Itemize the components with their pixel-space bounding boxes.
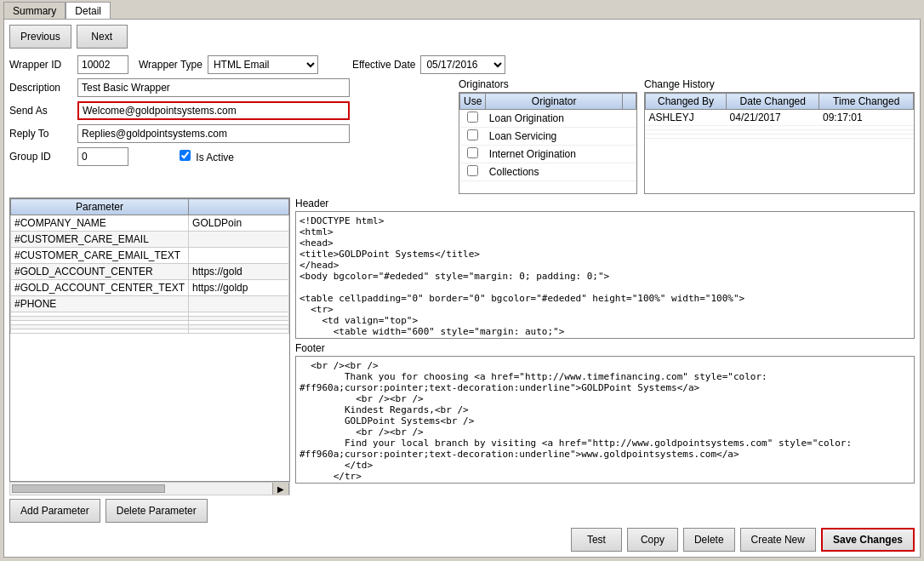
param-name-2: #CUSTOMER_CARE_EMAIL	[11, 232, 189, 248]
ch-col-date-changed: Date Changed	[727, 94, 819, 110]
middle-section: Description Send As Reply To Group ID	[9, 78, 915, 194]
orig-check-3[interactable]	[467, 147, 478, 158]
ch-col-time-changed: Time Changed	[819, 94, 914, 110]
reply-to-input[interactable]	[77, 124, 350, 143]
change-history-container: Changed By Date Changed Time Changed ASH…	[644, 92, 915, 194]
param-row-3: #CUSTOMER_CARE_EMAIL_TEXT	[11, 248, 289, 264]
orig-row-2: Loan Servicing	[460, 128, 636, 146]
send-as-label: Send As	[9, 105, 77, 117]
send-as-row: Send As	[9, 101, 452, 120]
tab-summary[interactable]: Summary	[3, 2, 66, 19]
param-row-6: #PHONE	[11, 296, 289, 312]
orig-check-4[interactable]	[467, 165, 478, 176]
param-name-1: #COMPANY_NAME	[11, 215, 189, 232]
header-title: Header	[295, 197, 915, 209]
reply-to-label: Reply To	[9, 128, 77, 140]
tab-detail[interactable]: Detail	[66, 2, 111, 19]
send-as-input[interactable]	[77, 101, 350, 120]
param-val-3	[189, 248, 289, 264]
param-name-6: #PHONE	[11, 296, 189, 312]
header-textarea[interactable]: <!DOCTYPE html> <html> <head> <title>GOL…	[295, 211, 915, 339]
create-new-button[interactable]: Create New	[740, 528, 816, 552]
param-hscrollbar[interactable]: ▶	[9, 482, 290, 495]
param-val-2	[189, 232, 289, 248]
param-name-4: #GOLD_ACCOUNT_CENTER	[11, 264, 189, 280]
originators-title: Originators	[459, 78, 637, 90]
orig-col-scroll	[623, 94, 636, 110]
test-button[interactable]: Test	[571, 528, 622, 552]
orig-name-3: Internet Origination	[486, 146, 623, 163]
wrapper-id-label: Wrapper ID	[9, 59, 77, 71]
wrapper-id-input[interactable]	[77, 55, 128, 74]
param-name-5: #GOLD_ACCOUNT_CENTER_TEXT	[11, 280, 189, 296]
param-name-3: #CUSTOMER_CARE_EMAIL_TEXT	[11, 248, 189, 264]
param-buttons: Add Parameter Delete Parameter	[9, 499, 290, 523]
save-changes-button[interactable]: Save Changes	[821, 528, 915, 552]
param-table-container[interactable]: Parameter #COMPANY_NAME GOLDPoin #CUSTOM…	[9, 197, 290, 482]
right-panel: Header <!DOCTYPE html> <html> <head> <ti…	[295, 197, 915, 523]
orig-check-1[interactable]	[467, 112, 478, 123]
footer-title: Footer	[295, 342, 915, 354]
group-id-input[interactable]	[77, 147, 128, 166]
param-col-name: Parameter	[11, 199, 189, 215]
left-form-fields: Description Send As Reply To Group ID	[9, 78, 452, 194]
group-id-row: Group ID Is Active	[9, 147, 452, 166]
toolbar: Previous Next	[9, 25, 915, 49]
change-history-table: Changed By Date Changed Time Changed ASH…	[645, 93, 914, 139]
originators-section: Originators Use Originator	[459, 78, 637, 194]
footer-section: Footer <br /><br /> Thank you for choosi…	[295, 342, 915, 484]
orig-check-2[interactable]	[467, 129, 478, 140]
previous-button[interactable]: Previous	[9, 25, 71, 49]
param-col-value	[189, 199, 289, 215]
reply-to-row: Reply To	[9, 124, 452, 143]
main-area: Parameter #COMPANY_NAME GOLDPoin #CUSTOM…	[9, 197, 915, 523]
param-row-1: #COMPANY_NAME GOLDPoin	[11, 215, 289, 232]
orig-name-4: Collections	[486, 163, 623, 181]
description-label: Description	[9, 82, 77, 94]
is-active-label: Is Active	[196, 152, 234, 163]
param-row-5: #GOLD_ACCOUNT_CENTER_TEXT https://goldp	[11, 280, 289, 296]
param-val-5: https://goldp	[189, 280, 289, 296]
main-container: Summary Detail Previous Next Wrapper ID …	[0, 0, 924, 561]
copy-button[interactable]: Copy	[627, 528, 678, 552]
orig-row-1: Loan Origination	[460, 110, 636, 128]
left-panel: Parameter #COMPANY_NAME GOLDPoin #CUSTOM…	[9, 197, 290, 523]
param-table: Parameter #COMPANY_NAME GOLDPoin #CUSTOM…	[10, 198, 289, 334]
is-active-container: Is Active	[180, 150, 234, 163]
param-row-11	[11, 329, 289, 334]
wrapper-type-label: Wrapper Type	[139, 59, 202, 71]
wrapper-id-row: Wrapper ID Wrapper Type HTML Email Effec…	[9, 55, 915, 74]
change-history-title: Change History	[644, 78, 915, 90]
description-input[interactable]	[77, 78, 350, 97]
change-history-section: Change History Changed By Date Changed T…	[644, 78, 915, 194]
ch-date-changed-1: 04/21/2017	[727, 110, 819, 126]
ch-time-changed-1: 09:17:01	[819, 110, 914, 126]
header-section: Header <!DOCTYPE html> <html> <head> <ti…	[295, 197, 915, 339]
footer-textarea[interactable]: <br /><br /> Thank you for choosing <a h…	[295, 356, 915, 484]
bottom-bar: Test Copy Delete Create New Save Changes	[9, 528, 915, 552]
orig-col-originator: Originator	[486, 94, 623, 110]
originators-table-container: Use Originator Loan Origination	[459, 92, 637, 194]
next-button[interactable]: Next	[77, 25, 128, 49]
orig-col-use: Use	[460, 94, 486, 110]
add-parameter-button[interactable]: Add Parameter	[9, 499, 100, 523]
param-row-2: #CUSTOMER_CARE_EMAIL	[11, 232, 289, 248]
ch-changed-by-1: ASHLEYJ	[646, 110, 727, 126]
group-id-label: Group ID	[9, 151, 77, 163]
delete-button[interactable]: Delete	[683, 528, 735, 552]
tab-bar: Summary Detail	[0, 0, 924, 19]
orig-name-2: Loan Servicing	[486, 128, 623, 146]
delete-parameter-button[interactable]: Delete Parameter	[106, 499, 208, 523]
ch-col-changed-by: Changed By	[646, 94, 727, 110]
param-val-6	[189, 296, 289, 312]
orig-row-3: Internet Origination	[460, 146, 636, 163]
effective-date-select[interactable]: 05/17/2016	[420, 55, 505, 74]
originators-table: Use Originator Loan Origination	[459, 93, 636, 181]
wrapper-type-select[interactable]: HTML Email	[208, 55, 318, 74]
orig-name-1: Loan Origination	[486, 110, 623, 128]
param-val-1: GOLDPoin	[189, 215, 289, 232]
param-row-4: #GOLD_ACCOUNT_CENTER https://gold	[11, 264, 289, 280]
effective-date-label: Effective Date	[352, 59, 415, 71]
is-active-checkbox[interactable]	[180, 150, 191, 161]
ch-row-4	[646, 135, 914, 139]
